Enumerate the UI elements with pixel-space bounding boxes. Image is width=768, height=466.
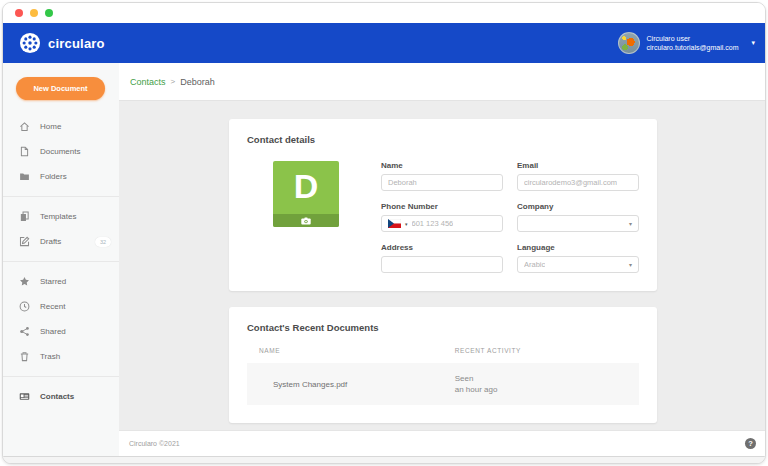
avatar bbox=[618, 32, 640, 54]
recent-documents-card: Contact's Recent Documents NAME RECENT A… bbox=[229, 307, 657, 423]
sidebar-item-label: Folders bbox=[40, 172, 67, 181]
email-field[interactable]: circularodemo3@gmail.com bbox=[517, 174, 639, 191]
window-minimize-button[interactable] bbox=[30, 9, 38, 17]
user-email: circularo.tutorials@gmail.com bbox=[647, 43, 739, 52]
email-label: Email bbox=[517, 161, 639, 170]
sidebar-item-recent[interactable]: Recent bbox=[3, 294, 119, 319]
name-label: Name bbox=[381, 161, 503, 170]
window-zoom-button[interactable] bbox=[45, 9, 53, 17]
sidebar-item-label: Starred bbox=[40, 277, 66, 286]
user-menu[interactable]: Circularo user circularo.tutorials@gmail… bbox=[618, 32, 757, 54]
sidebar-item-label: Recent bbox=[40, 302, 65, 311]
brand-name: circularo bbox=[48, 36, 105, 51]
star-icon bbox=[19, 276, 30, 287]
contact-form: Name Deborah Email circularodemo3@gmail.… bbox=[381, 161, 639, 273]
activity-time: an hour ago bbox=[455, 384, 639, 395]
sidebar-item-shared[interactable]: Shared bbox=[3, 319, 119, 344]
folder-icon bbox=[19, 171, 30, 182]
sidebar-item-label: Shared bbox=[40, 327, 66, 336]
table-row[interactable]: System Changes.pdf Seen an hour ago bbox=[247, 363, 639, 405]
name-field[interactable]: Deborah bbox=[381, 174, 503, 191]
chevron-down-icon: ▾ bbox=[629, 220, 632, 227]
phone-placeholder: 601 123 456 bbox=[412, 219, 454, 228]
contact-avatar-upload[interactable]: D bbox=[273, 161, 339, 227]
document-activity: Seen an hour ago bbox=[455, 373, 639, 395]
sidebar-item-documents[interactable]: Documents bbox=[3, 139, 119, 164]
contact-details-card: Contact details D Name Deborah bbox=[229, 119, 657, 291]
document-name: System Changes.pdf bbox=[259, 380, 455, 389]
card-title: Contact's Recent Documents bbox=[247, 322, 639, 333]
breadcrumb-contacts-link[interactable]: Contacts bbox=[130, 77, 166, 87]
sidebar-item-drafts[interactable]: Drafts 32 bbox=[3, 229, 119, 254]
sidebar-divider bbox=[3, 261, 119, 262]
breadcrumb: Contacts > Deborah bbox=[119, 63, 765, 101]
sidebar-item-trash[interactable]: Trash bbox=[3, 344, 119, 369]
sidebar-item-label: Contacts bbox=[40, 392, 74, 401]
sidebar-item-starred[interactable]: Starred bbox=[3, 269, 119, 294]
help-icon[interactable]: ? bbox=[745, 438, 756, 449]
home-icon bbox=[19, 121, 30, 132]
sidebar-item-contacts[interactable]: Contacts bbox=[3, 384, 119, 409]
sidebar-nav: Home Documents Folders bbox=[3, 114, 119, 409]
sidebar-item-home[interactable]: Home bbox=[3, 114, 119, 139]
company-select[interactable]: ▾ bbox=[517, 215, 639, 232]
phone-label: Phone Number bbox=[381, 202, 503, 211]
trash-icon bbox=[19, 351, 30, 362]
window-bottom-edge bbox=[3, 456, 765, 463]
activity-status: Seen bbox=[455, 373, 639, 384]
sidebar-divider bbox=[3, 376, 119, 377]
app-header: circularo Circularo user circularo.tutor… bbox=[3, 23, 765, 63]
new-document-button[interactable]: New Document bbox=[16, 77, 105, 100]
camera-icon[interactable] bbox=[273, 214, 339, 227]
sidebar-divider bbox=[3, 196, 119, 197]
window-close-button[interactable] bbox=[15, 9, 23, 17]
sidebar-item-label: Templates bbox=[40, 212, 76, 221]
window-titlebar bbox=[3, 3, 765, 23]
clock-icon bbox=[19, 301, 30, 312]
sidebar: New Document Home Documents bbox=[3, 63, 119, 456]
drafts-icon bbox=[19, 236, 30, 247]
breadcrumb-current: Deborah bbox=[180, 77, 215, 87]
flag-caret-icon: ▾ bbox=[405, 221, 408, 227]
circularo-logo-icon bbox=[19, 32, 41, 54]
card-title: Contact details bbox=[247, 134, 639, 145]
contacts-icon bbox=[19, 391, 30, 402]
address-label: Address bbox=[381, 243, 503, 252]
share-icon bbox=[19, 326, 30, 337]
sidebar-item-label: Documents bbox=[40, 147, 80, 156]
templates-icon bbox=[19, 211, 30, 222]
sidebar-item-label: Drafts bbox=[40, 237, 61, 246]
language-select[interactable]: Arabic ▾ bbox=[517, 256, 639, 273]
footer: Circularo ©2021 ? bbox=[119, 430, 765, 456]
czech-flag-icon[interactable] bbox=[388, 219, 401, 228]
drafts-count-badge: 32 bbox=[95, 237, 111, 247]
app-window: circularo Circularo user circularo.tutor… bbox=[2, 2, 766, 464]
table-header: NAME RECENT ACTIVITY bbox=[247, 347, 639, 363]
sidebar-item-label: Home bbox=[40, 122, 61, 131]
company-label: Company bbox=[517, 202, 639, 211]
language-label: Language bbox=[517, 243, 639, 252]
document-icon bbox=[19, 146, 30, 157]
breadcrumb-separator: > bbox=[171, 77, 176, 86]
chevron-down-icon: ▾ bbox=[751, 39, 755, 47]
sidebar-item-label: Trash bbox=[40, 352, 60, 361]
brand[interactable]: circularo bbox=[19, 32, 105, 54]
recent-documents-table: NAME RECENT ACTIVITY System Changes.pdf … bbox=[247, 347, 639, 405]
column-header-activity: RECENT ACTIVITY bbox=[455, 347, 639, 354]
sidebar-item-folders[interactable]: Folders bbox=[3, 164, 119, 189]
sidebar-item-templates[interactable]: Templates bbox=[3, 204, 119, 229]
column-header-name: NAME bbox=[259, 347, 455, 354]
user-name: Circularo user bbox=[647, 34, 739, 43]
page-content: Contact details D Name Deborah bbox=[119, 101, 765, 430]
chevron-down-icon: ▾ bbox=[629, 261, 632, 268]
phone-field[interactable]: ▾ 601 123 456 bbox=[381, 215, 503, 232]
copyright-text: Circularo ©2021 bbox=[129, 440, 180, 447]
contact-avatar-letter: D bbox=[273, 159, 339, 214]
address-field[interactable] bbox=[381, 256, 503, 273]
